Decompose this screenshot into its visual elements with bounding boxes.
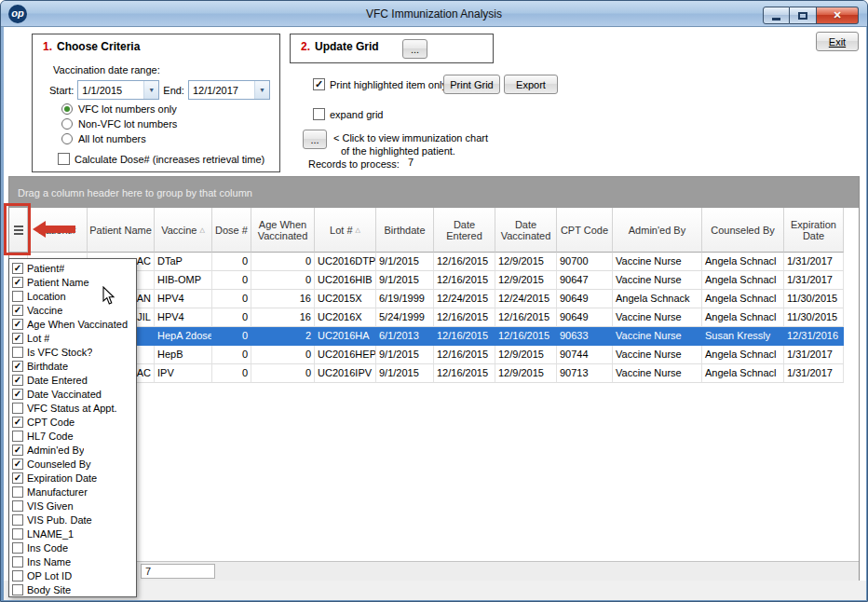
column-headers: Patient#Patient NameVaccine△Dose #Age Wh…	[28, 208, 844, 253]
checkbox-icon[interactable]: ✓	[12, 375, 23, 386]
table-cell: UC2015X	[315, 290, 376, 308]
checkbox-icon[interactable]	[12, 528, 23, 540]
minimize-button[interactable]	[763, 7, 790, 24]
table-cell: Angela Schnacl	[702, 364, 784, 383]
column-chooser-item-vis-given[interactable]: VIS Given	[9, 499, 136, 513]
column-chooser-item-location[interactable]: Location	[9, 289, 136, 303]
table-cell: UC2016HEPI	[315, 346, 376, 364]
column-chooser-item-label: Patient#	[27, 263, 64, 274]
column-chooser-item-label: Counseled By	[27, 458, 91, 470]
column-header-cpt-code[interactable]: CPT Code	[557, 208, 613, 253]
column-chooser-item-manufacturer[interactable]: Manufacturer	[9, 485, 136, 499]
export-button[interactable]: Export	[504, 75, 558, 94]
print-highlighted-checkbox[interactable]: ✓	[313, 78, 325, 90]
checkbox-icon[interactable]	[12, 403, 23, 414]
checkbox-icon[interactable]: ✓	[12, 472, 23, 484]
column-chooser-item-op-lot-id[interactable]: OP Lot ID	[9, 568, 136, 582]
column-chooser-item-lname-1[interactable]: LNAME_1	[9, 527, 136, 540]
title-bar[interactable]: op VFC Immunization Analysis ✕	[1, 1, 867, 27]
checkbox-icon[interactable]	[12, 584, 23, 595]
close-button[interactable]: ✕	[817, 7, 859, 24]
table-cell: 12/31/2016	[784, 327, 844, 346]
column-chooser-item-vfc-status-at-appt[interactable]: VFC Status at Appt.	[9, 401, 136, 415]
column-header-age-when-vaccinated[interactable]: Age When Vaccinated	[251, 208, 315, 253]
checkbox-icon[interactable]: ✓	[12, 417, 23, 428]
column-chooser-item-vis-pub-date[interactable]: VIS Pub. Date	[9, 513, 136, 527]
checkbox-icon[interactable]	[12, 556, 23, 568]
radio-all-lot-numbers[interactable]: All lot numbers	[61, 133, 177, 144]
column-header-label: CPT Code	[561, 225, 608, 236]
checkbox-icon[interactable]: ✓	[12, 333, 23, 344]
print-highlighted-control[interactable]: ✓ Print highlighted item only	[313, 78, 447, 90]
column-chooser-item-patient[interactable]: ✓Patient#	[9, 261, 136, 275]
column-chooser-item-label: Vaccine	[27, 305, 62, 316]
column-chooser-item-expiration-date[interactable]: ✓Expiration Date	[9, 471, 136, 485]
update-grid-button[interactable]: ...	[402, 39, 427, 59]
column-chooser-item-body-site[interactable]: Body Site	[9, 582, 136, 596]
column-header-dose[interactable]: Dose #	[212, 208, 251, 253]
checkbox-icon[interactable]	[12, 514, 23, 526]
checkbox-icon[interactable]	[12, 500, 23, 512]
column-header-lot[interactable]: Lot #△	[315, 208, 376, 253]
column-header-birthdate[interactable]: Birthdate	[376, 208, 434, 253]
checkbox-icon[interactable]: ✓	[12, 458, 23, 470]
table-cell: HIB-OMP	[155, 271, 212, 290]
column-chooser-item-ins-code[interactable]: Ins Code	[9, 540, 136, 554]
column-chooser-item-is-vfc-stock[interactable]: Is VFC Stock?	[9, 345, 136, 359]
checkbox-icon[interactable]	[12, 486, 23, 498]
column-header-patient-name[interactable]: Patient Name	[88, 208, 155, 253]
exit-button[interactable]: Exit	[816, 32, 859, 51]
column-header-counseled-by[interactable]: Counseled By	[702, 208, 784, 253]
maximize-button[interactable]	[790, 7, 817, 24]
radio-vfc-lot-numbers-only[interactable]: VFC lot numbers only	[61, 103, 177, 115]
column-chooser-item-counseled-by[interactable]: ✓Counseled By	[9, 457, 136, 471]
start-date-combobox[interactable]: 1/1/2015 ▼	[77, 80, 159, 100]
column-header-admin-ed-by[interactable]: Admin'ed By	[613, 208, 702, 253]
view-chart-button[interactable]: ...	[303, 130, 327, 149]
column-chooser-item-date-entered[interactable]: ✓Date Entered	[9, 373, 136, 387]
group-by-bar[interactable]: Drag a column header here to group by th…	[9, 177, 859, 208]
column-header-date-entered[interactable]: Date Entered	[434, 208, 495, 253]
column-header-vaccine[interactable]: Vaccine△	[155, 208, 212, 253]
table-cell: 12/16/2015	[434, 253, 495, 271]
column-chooser-item-lot[interactable]: ✓Lot #	[9, 331, 136, 345]
column-header-date-vaccinated[interactable]: Date Vaccinated	[495, 208, 557, 253]
checkbox-icon[interactable]: ✓	[12, 263, 23, 274]
app-window: op VFC Immunization Analysis ✕ 1. Choose…	[0, 0, 868, 602]
radio-non-vfc-lot-numbers[interactable]: Non-VFC lot numbers	[61, 118, 177, 130]
calculate-dose-checkbox[interactable]	[58, 153, 70, 165]
checkbox-icon[interactable]	[12, 291, 23, 302]
checkbox-icon[interactable]: ✓	[12, 389, 23, 400]
column-chooser-item-patient-name[interactable]: ✓Patient Name	[9, 275, 136, 289]
checkbox-icon[interactable]	[12, 347, 23, 358]
column-chooser-item-cpt-code[interactable]: ✓CPT Code	[9, 415, 136, 429]
radio-icon[interactable]	[61, 103, 73, 115]
column-chooser-item-birthdate[interactable]: ✓Birthdate	[9, 359, 136, 373]
column-chooser-item-admin-ed-by[interactable]: ✓Admin'ed By	[9, 443, 136, 457]
checkbox-icon[interactable]	[12, 570, 23, 581]
radio-icon[interactable]	[61, 133, 73, 144]
checkbox-icon[interactable]: ✓	[12, 277, 23, 288]
chevron-down-icon[interactable]: ▼	[143, 81, 158, 99]
column-header-expiration-date[interactable]: Expiration Date	[784, 208, 844, 253]
checkbox-icon[interactable]	[12, 542, 23, 554]
checkbox-icon[interactable]: ✓	[12, 319, 23, 330]
print-grid-button[interactable]: Print Grid	[443, 75, 500, 94]
column-chooser-item-hl7-code[interactable]: HL7 Code	[9, 429, 136, 443]
calculate-dose-control[interactable]: Calculate Dose# (increases retrieval tim…	[58, 153, 264, 165]
column-chooser-item-ins-name[interactable]: Ins Name	[9, 554, 136, 568]
table-cell: 12/16/2015	[434, 364, 495, 383]
checkbox-icon[interactable]: ✓	[12, 445, 23, 456]
grid-header-row: Patient#Patient NameVaccine△Dose #Age Wh…	[9, 208, 844, 253]
checkbox-icon[interactable]	[12, 431, 23, 442]
expand-grid-control[interactable]: expand grid	[313, 108, 384, 120]
chevron-down-icon[interactable]: ▼	[254, 81, 269, 99]
column-chooser-item-date-vaccinated[interactable]: ✓Date Vaccinated	[9, 387, 136, 401]
expand-grid-checkbox[interactable]	[313, 108, 325, 120]
radio-icon[interactable]	[61, 118, 73, 130]
end-date-combobox[interactable]: 12/1/2017 ▼	[188, 80, 270, 100]
column-chooser-item-age-when-vaccinated[interactable]: ✓Age When Vaccinated	[9, 317, 136, 331]
column-chooser-item-vaccine[interactable]: ✓Vaccine	[9, 303, 136, 317]
checkbox-icon[interactable]: ✓	[12, 305, 23, 316]
checkbox-icon[interactable]: ✓	[12, 361, 23, 372]
